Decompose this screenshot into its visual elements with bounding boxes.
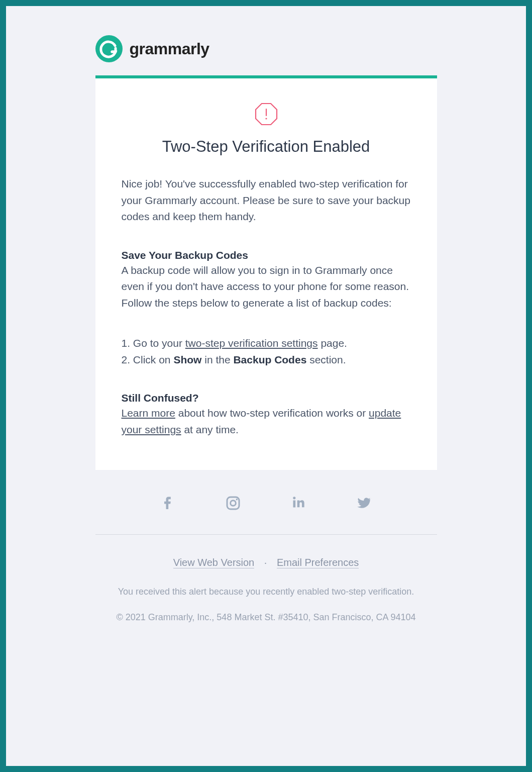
footer-copyright: © 2021 Grammarly, Inc., 548 Market St. #… <box>95 612 437 623</box>
email-preferences-link[interactable]: Email Preferences <box>277 557 359 568</box>
confused-section: Still Confused? Learn more about how two… <box>122 392 411 438</box>
footer-reason: You received this alert because you rece… <box>95 587 437 597</box>
backup-text: A backup code will allow you to sign in … <box>122 262 411 312</box>
backup-heading: Save Your Backup Codes <box>122 249 411 261</box>
svg-point-3 <box>265 118 267 119</box>
verification-settings-link[interactable]: two-step verification settings <box>185 337 318 349</box>
page-title: Two-Step Verification Enabled <box>122 138 411 156</box>
grammarly-logo-icon <box>95 35 123 62</box>
brand-wordmark: grammarly <box>130 40 209 58</box>
learn-more-link[interactable]: Learn more <box>122 407 175 419</box>
facebook-icon[interactable] <box>161 495 175 513</box>
step-1: Go to your two-step verification setting… <box>122 335 411 352</box>
svg-point-5 <box>230 501 236 506</box>
view-web-version-link[interactable]: View Web Version <box>173 557 255 568</box>
twitter-icon[interactable] <box>356 495 372 513</box>
backup-section: Save Your Backup Codes A backup code wil… <box>122 249 411 312</box>
steps-list: Go to your two-step verification setting… <box>122 335 411 368</box>
svg-point-6 <box>236 499 237 500</box>
step-2: Click on Show in the Backup Codes sectio… <box>122 352 411 368</box>
svg-point-0 <box>95 35 123 62</box>
brand-logo: grammarly <box>95 26 437 75</box>
confused-heading: Still Confused? <box>122 392 411 404</box>
svg-rect-8 <box>293 501 295 508</box>
linkedin-icon[interactable] <box>291 495 305 513</box>
instagram-icon[interactable] <box>225 495 241 513</box>
intro-text: Nice job! You've successfully enabled tw… <box>122 176 411 225</box>
alert-octagon-icon <box>255 103 278 126</box>
footer-divider <box>95 534 437 535</box>
email-card: Two-Step Verification Enabled Nice job! … <box>95 78 437 470</box>
svg-point-7 <box>293 497 295 500</box>
footer: View Web Version · Email Preferences You… <box>95 470 437 623</box>
